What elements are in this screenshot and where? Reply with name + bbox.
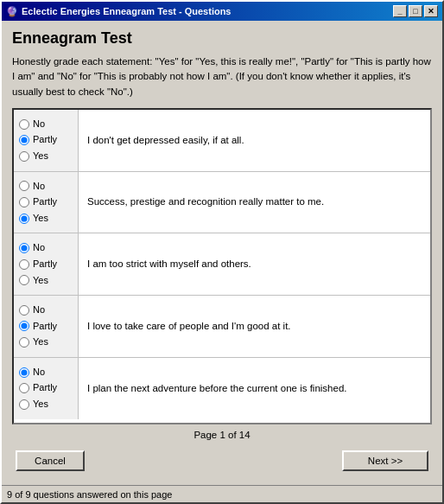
- content-area: Enneagram Test Honestly grade each state…: [2, 21, 442, 485]
- questions-container: No Partly Yes I don't get depressed easi…: [12, 108, 432, 424]
- table-row: No Partly Yes Success, prestige and reco…: [14, 172, 430, 234]
- radio-input-no-4[interactable]: [19, 305, 29, 316]
- radio-partly-1[interactable]: Partly: [19, 132, 73, 148]
- radio-input-partly-1[interactable]: [19, 135, 29, 145]
- radio-no-1[interactable]: No: [19, 117, 73, 132]
- status-text: 9 of 9 questions answered on this page: [7, 489, 172, 500]
- title-bar-buttons: _ □ ✕: [393, 5, 438, 17]
- radio-no-2[interactable]: No: [19, 179, 73, 195]
- table-row: No Partly Yes I love to take care of peo…: [14, 296, 430, 358]
- radio-partly-3[interactable]: Partly: [19, 257, 73, 272]
- radio-yes-3[interactable]: Yes: [19, 273, 73, 289]
- maximize-button[interactable]: □: [409, 5, 422, 17]
- table-row: No Partly Yes I am too strict with mysel…: [14, 233, 430, 296]
- close-button[interactable]: ✕: [424, 5, 438, 17]
- question-text-3: I am too strict with myself and others.: [79, 233, 430, 295]
- radio-input-no-2[interactable]: [19, 181, 29, 191]
- radio-input-partly-3[interactable]: [19, 259, 29, 270]
- radio-input-yes-2[interactable]: [19, 214, 29, 224]
- instructions-text: Honestly grade each statement: "Yes" for…: [12, 54, 432, 99]
- radio-yes-1[interactable]: Yes: [19, 149, 73, 164]
- radio-input-yes-3[interactable]: [19, 275, 29, 285]
- radio-yes-5[interactable]: Yes: [19, 397, 73, 412]
- radio-input-partly-5[interactable]: [19, 383, 29, 393]
- radio-group-5: No Partly Yes: [14, 358, 79, 419]
- radio-partly-5[interactable]: Partly: [19, 380, 73, 396]
- title-bar-icon: 🔮: [6, 6, 18, 17]
- radio-yes-2[interactable]: Yes: [19, 211, 73, 226]
- radio-partly-2[interactable]: Partly: [19, 195, 73, 210]
- radio-input-yes-5[interactable]: [19, 399, 29, 410]
- status-bar: 9 of 9 questions answered on this page: [2, 485, 442, 502]
- questions-scroll[interactable]: No Partly Yes I don't get depressed easi…: [14, 110, 430, 423]
- question-text-1: I don't get depressed easily, if at all.: [79, 110, 430, 171]
- radio-input-partly-4[interactable]: [19, 321, 29, 331]
- title-bar-text: 🔮 Eclectic Energies Enneagram Test - Que…: [6, 6, 232, 17]
- radio-group-4: No Partly Yes: [14, 296, 79, 357]
- page-info: Page 1 of 14: [12, 424, 432, 445]
- radio-no-5[interactable]: No: [19, 365, 73, 380]
- radio-group-3: No Partly Yes: [14, 233, 79, 295]
- radio-input-yes-1[interactable]: [19, 151, 29, 162]
- radio-no-4[interactable]: No: [19, 303, 73, 318]
- radio-no-3[interactable]: No: [19, 240, 73, 256]
- title-bar: 🔮 Eclectic Energies Enneagram Test - Que…: [2, 2, 442, 21]
- table-row: No Partly Yes I plan the next adventure …: [14, 358, 430, 419]
- radio-group-2: No Partly Yes: [14, 172, 79, 233]
- question-text-5: I plan the next adventure before the cur…: [79, 358, 430, 419]
- page-title: Enneagram Test: [12, 29, 432, 48]
- question-text-4: I love to take care of people and I'm go…: [79, 296, 430, 357]
- next-button[interactable]: Next >>: [342, 450, 428, 471]
- question-text-2: Success, prestige and recognition really…: [79, 172, 430, 233]
- radio-input-partly-2[interactable]: [19, 197, 29, 207]
- button-row: Cancel Next >>: [12, 445, 432, 478]
- table-row: No Partly Yes I don't get depressed easi…: [14, 110, 430, 172]
- radio-input-no-1[interactable]: [19, 119, 29, 130]
- radio-input-no-3[interactable]: [19, 243, 29, 253]
- minimize-button[interactable]: _: [393, 5, 407, 17]
- radio-input-yes-4[interactable]: [19, 337, 29, 348]
- radio-yes-4[interactable]: Yes: [19, 335, 73, 350]
- radio-partly-4[interactable]: Partly: [19, 319, 73, 335]
- cancel-button[interactable]: Cancel: [16, 450, 85, 471]
- radio-group-1: No Partly Yes: [14, 110, 79, 171]
- radio-input-no-5[interactable]: [19, 367, 29, 378]
- main-window: 🔮 Eclectic Energies Enneagram Test - Que…: [0, 0, 444, 504]
